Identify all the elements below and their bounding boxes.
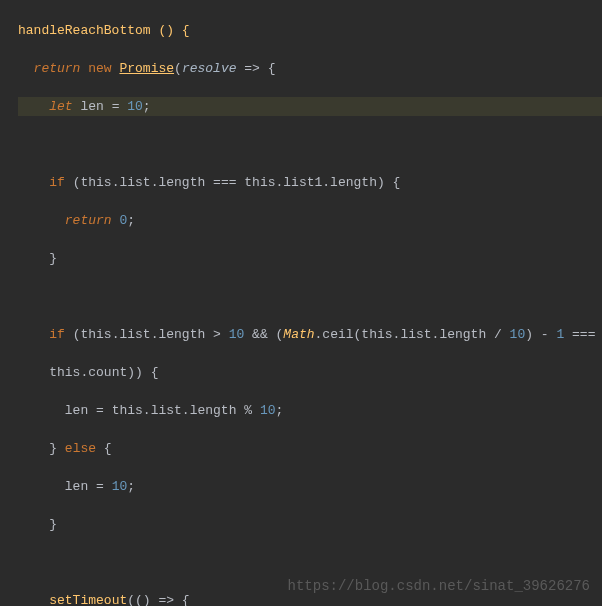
code-line [18, 135, 602, 154]
code-line: if (this.list.length > 10 && (Math.ceil(… [18, 325, 602, 344]
code-line: this.count)) { [18, 363, 602, 382]
code-line: len = this.list.length % 10; [18, 401, 602, 420]
code-line: } [18, 249, 602, 268]
code-line: return new Promise(resolve => { [18, 59, 602, 78]
code-line: if (this.list.length === this.list1.leng… [18, 173, 602, 192]
code-line: return 0; [18, 211, 602, 230]
code-line [18, 553, 602, 572]
code-line [18, 287, 602, 306]
code-line: } [18, 515, 602, 534]
code-line: } else { [18, 439, 602, 458]
code-editor[interactable]: handleReachBottom () { return new Promis… [0, 0, 602, 606]
function-name: handleReachBottom () { [18, 23, 190, 38]
code-line-highlighted: let len = 10; [18, 97, 602, 116]
code-line: handleReachBottom () { [18, 21, 602, 40]
code-line: len = 10; [18, 477, 602, 496]
watermark-text: https://blog.csdn.net/sinat_39626276 [288, 577, 590, 596]
